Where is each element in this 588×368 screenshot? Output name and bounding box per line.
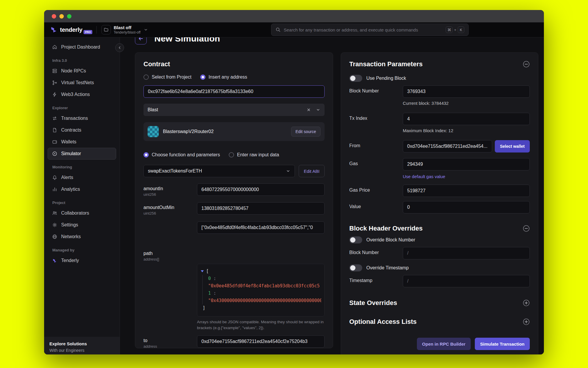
sidebar-item-contracts[interactable]: Contracts [48, 124, 116, 136]
simulate-transaction-button[interactable]: Simulate Transaction [475, 338, 530, 350]
top-nav: tenderly PRO Blast off Tenderly/blast-of… [44, 22, 544, 37]
param-type: uint256 [143, 211, 197, 216]
sidebar-item-transactions[interactable]: Transactions [48, 112, 116, 124]
sidebar-item-project-dashboard[interactable]: Project Dashboard [48, 41, 116, 53]
radio-circle[interactable] [200, 74, 206, 80]
tx-params-header: Transaction Parameters [349, 60, 530, 68]
select-wallet-button[interactable]: Select wallet [495, 140, 530, 152]
amountIn-input[interactable] [197, 183, 325, 196]
sidebar-collapse-button[interactable] [115, 43, 124, 52]
plus-separator: + [454, 28, 456, 32]
radio-label: Choose function and parameters [152, 152, 220, 158]
window-zoom-button[interactable] [67, 14, 71, 19]
chevron-down-icon[interactable] [316, 107, 320, 112]
window-close-button[interactable] [52, 14, 56, 19]
value-input[interactable] [403, 201, 530, 213]
sidebar-footer[interactable]: Explore Solutions With our Engineers [44, 337, 120, 354]
timestamp-input[interactable] [403, 275, 530, 287]
server-icon [52, 68, 57, 74]
field-label: Gas [349, 158, 403, 170]
sidebar-item-settings[interactable]: Settings [48, 219, 116, 231]
sidebar-item-web3-actions[interactable]: Web3 Actions [48, 89, 116, 100]
sidebar-item-wallets[interactable]: Wallets [48, 136, 116, 148]
field-label: Gas Price [349, 185, 403, 197]
tenderly-brand[interactable]: tenderly PRO [50, 26, 93, 34]
sidebar-item-virtual-testnets[interactable]: Virtual TestNets [48, 77, 116, 89]
contract-avatar [148, 126, 159, 137]
to-input[interactable] [197, 335, 325, 348]
expand-plus-icon[interactable] [523, 299, 530, 306]
access-lists-header[interactable]: Optional Access Lists [349, 318, 530, 326]
sidebar: Project Dashboard Infra 3.0 Node RPCs Vi… [44, 37, 120, 354]
array-value: "0x4300000000000000000000000000000000000… [208, 298, 321, 303]
sidebar-section-project: Project [44, 195, 120, 207]
override-block-number-toggle[interactable] [349, 236, 362, 243]
sidebar-item-tenderly[interactable]: Tenderly [48, 255, 116, 266]
radio-insert-any-address[interactable]: Insert any address [200, 74, 247, 80]
people-icon [52, 210, 57, 216]
sidebar-item-networks[interactable]: Networks [48, 231, 116, 243]
page-header: New Simulation [135, 37, 539, 44]
collapse-minus-icon[interactable] [523, 61, 530, 68]
expand-plus-icon[interactable] [523, 318, 530, 325]
radio-choose-function[interactable]: Choose function and parameters [143, 152, 220, 158]
radio-circle[interactable] [229, 152, 234, 158]
use-pending-block-toggle[interactable] [349, 75, 362, 82]
param-name: path [143, 251, 197, 256]
function-select-value: swapExactTokensForETH [148, 168, 281, 174]
param-row-amountIn: amountIn uint256 [143, 183, 325, 197]
open-rpc-builder-button[interactable]: Open in RPC Builder [417, 338, 471, 350]
amountOutMin-input[interactable] [197, 202, 325, 215]
sidebar-item-analytics[interactable]: Analytics [48, 183, 116, 195]
tx-index-input[interactable] [403, 113, 530, 125]
contract-address-input[interactable] [143, 85, 325, 98]
project-switcher[interactable]: Blast off Tenderly/blast-off [101, 25, 148, 34]
tenderly-mini-logo-icon [52, 258, 57, 263]
json-tree-key-line: 1 : [208, 290, 321, 297]
sidebar-item-node-rpcs[interactable]: Node RPCs [48, 65, 116, 77]
sidebar-item-alerts[interactable]: Alerts [48, 172, 116, 183]
sidebar-item-collaborators[interactable]: Collaborators [48, 207, 116, 219]
gas-price-input[interactable] [403, 185, 530, 197]
gas-input[interactable] [403, 158, 530, 170]
path-json-tree[interactable]: [ 0 : "0x0ee485dfd0f4ef8c4fabc1ab93dbcc0… [197, 264, 325, 316]
sidebar-section-managed-by: Managed by [44, 243, 120, 255]
global-search[interactable]: ⌘ + K [271, 24, 469, 36]
toggle-label: Override Block Number [366, 237, 415, 243]
function-select[interactable]: swapExactTokensForETH [143, 165, 295, 177]
use-default-gas-link[interactable]: Use default gas value [403, 174, 530, 179]
edit-source-button[interactable]: Edit source [291, 127, 320, 137]
sidebar-item-simulator[interactable]: Simulator [48, 148, 116, 160]
nav-divider [96, 26, 97, 34]
array-value: "0x0ee485dfd0f4ef8c4fabc1ab93dbcc03fcc05… [208, 283, 320, 289]
from-address-input[interactable] [403, 140, 492, 152]
collapse-caret-icon[interactable] [201, 270, 204, 272]
colon: : [213, 276, 216, 281]
block-number-input[interactable] [403, 85, 530, 98]
search-input[interactable] [284, 27, 443, 32]
sidebar-item-label: Wallets [61, 139, 76, 145]
state-overrides-header[interactable]: State Overrides [349, 299, 530, 307]
radio-label: Select from Project [152, 74, 191, 80]
radio-select-from-project[interactable]: Select from Project [143, 74, 191, 80]
override-block-number-input[interactable] [403, 247, 530, 259]
lightning-icon [52, 92, 57, 97]
collapse-minus-icon[interactable] [523, 225, 530, 232]
override-timestamp-toggle[interactable] [349, 264, 362, 271]
radio-circle[interactable] [143, 74, 149, 80]
from-row: From Select wallet [349, 140, 530, 152]
back-button[interactable] [135, 37, 147, 44]
window-minimize-button[interactable] [59, 14, 64, 19]
field-label: Timestamp [349, 275, 403, 287]
search-icon [275, 27, 281, 32]
json-tree-close-line: ] [201, 304, 321, 312]
edit-abi-button[interactable]: Edit ABI [299, 165, 325, 177]
radio-circle[interactable] [143, 152, 149, 158]
radio-label: Insert any address [208, 74, 247, 80]
network-select[interactable]: Blast [143, 104, 325, 116]
network-clear-button[interactable] [306, 107, 311, 112]
value-row: Value [349, 201, 530, 213]
param-label: path address[] [143, 221, 197, 261]
radio-raw-input[interactable]: Enter raw input data [229, 152, 279, 158]
path-input[interactable] [197, 221, 325, 234]
